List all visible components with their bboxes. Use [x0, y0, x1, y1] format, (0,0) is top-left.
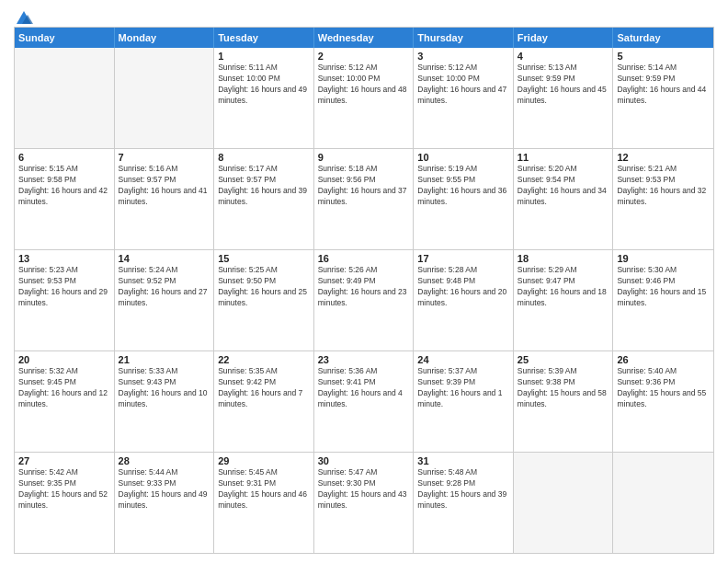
calendar-row-2: 6Sunrise: 5:15 AM Sunset: 9:58 PM Daylig…	[15, 149, 713, 250]
page: Sunday Monday Tuesday Wednesday Thursday…	[0, 0, 728, 563]
day-number: 15	[218, 253, 310, 264]
logo	[14, 9, 33, 23]
day-info: Sunrise: 5:12 AM Sunset: 10:00 PM Daylig…	[318, 63, 410, 107]
calendar-cell: 17Sunrise: 5:28 AM Sunset: 9:48 PM Dayli…	[414, 250, 514, 350]
calendar-cell: 30Sunrise: 5:47 AM Sunset: 9:30 PM Dayli…	[314, 453, 415, 553]
day-number: 18	[518, 253, 609, 264]
day-number: 31	[417, 455, 509, 466]
day-number: 10	[417, 152, 509, 163]
calendar-cell	[15, 48, 115, 148]
day-number: 20	[18, 354, 110, 365]
calendar-cell: 2Sunrise: 5:12 AM Sunset: 10:00 PM Dayli…	[314, 48, 415, 148]
day-info: Sunrise: 5:17 AM Sunset: 9:57 PM Dayligh…	[218, 164, 310, 208]
calendar-cell: 7Sunrise: 5:16 AM Sunset: 9:57 PM Daylig…	[115, 149, 215, 249]
day-number: 3	[417, 51, 509, 62]
calendar-row-3: 13Sunrise: 5:23 AM Sunset: 9:53 PM Dayli…	[15, 250, 713, 351]
calendar-cell: 18Sunrise: 5:29 AM Sunset: 9:47 PM Dayli…	[514, 250, 614, 350]
calendar: Sunday Monday Tuesday Wednesday Thursday…	[14, 27, 714, 554]
day-number: 4	[518, 51, 609, 62]
day-info: Sunrise: 5:13 AM Sunset: 9:59 PM Dayligh…	[518, 63, 609, 107]
calendar-cell: 31Sunrise: 5:48 AM Sunset: 9:28 PM Dayli…	[414, 453, 514, 553]
calendar-cell: 22Sunrise: 5:35 AM Sunset: 9:42 PM Dayli…	[214, 351, 314, 452]
calendar-cell: 8Sunrise: 5:17 AM Sunset: 9:57 PM Daylig…	[214, 149, 314, 249]
day-info: Sunrise: 5:36 AM Sunset: 9:41 PM Dayligh…	[318, 366, 410, 410]
calendar-cell: 13Sunrise: 5:23 AM Sunset: 9:53 PM Dayli…	[15, 250, 115, 350]
calendar-cell: 12Sunrise: 5:21 AM Sunset: 9:53 PM Dayli…	[613, 149, 713, 249]
day-info: Sunrise: 5:19 AM Sunset: 9:55 PM Dayligh…	[417, 164, 509, 208]
calendar-cell	[115, 48, 215, 148]
day-info: Sunrise: 5:11 AM Sunset: 10:00 PM Daylig…	[218, 63, 310, 107]
day-number: 11	[518, 152, 609, 163]
day-info: Sunrise: 5:33 AM Sunset: 9:43 PM Dayligh…	[119, 366, 210, 410]
day-number: 14	[119, 253, 210, 264]
calendar-cell: 5Sunrise: 5:14 AM Sunset: 9:59 PM Daylig…	[613, 48, 713, 148]
day-number: 7	[119, 152, 210, 163]
calendar-row-1: 1Sunrise: 5:11 AM Sunset: 10:00 PM Dayli…	[15, 48, 713, 149]
day-info: Sunrise: 5:44 AM Sunset: 9:33 PM Dayligh…	[119, 467, 210, 511]
day-number: 30	[318, 455, 410, 466]
day-info: Sunrise: 5:48 AM Sunset: 9:28 PM Dayligh…	[417, 467, 509, 511]
logo-icon	[15, 9, 33, 26]
header	[14, 9, 714, 23]
calendar-cell: 21Sunrise: 5:33 AM Sunset: 9:43 PM Dayli…	[115, 351, 215, 452]
day-info: Sunrise: 5:37 AM Sunset: 9:39 PM Dayligh…	[417, 366, 509, 410]
header-sunday: Sunday	[15, 28, 115, 48]
calendar-cell: 10Sunrise: 5:19 AM Sunset: 9:55 PM Dayli…	[414, 149, 514, 249]
day-info: Sunrise: 5:39 AM Sunset: 9:38 PM Dayligh…	[518, 366, 609, 410]
day-info: Sunrise: 5:23 AM Sunset: 9:53 PM Dayligh…	[18, 265, 110, 309]
calendar-cell: 4Sunrise: 5:13 AM Sunset: 9:59 PM Daylig…	[514, 48, 614, 148]
day-number: 26	[617, 354, 710, 365]
calendar-cell: 15Sunrise: 5:25 AM Sunset: 9:50 PM Dayli…	[214, 250, 314, 350]
day-info: Sunrise: 5:24 AM Sunset: 9:52 PM Dayligh…	[119, 265, 210, 309]
day-number: 23	[318, 354, 410, 365]
day-number: 2	[318, 51, 410, 62]
day-number: 12	[617, 152, 710, 163]
day-number: 1	[218, 51, 310, 62]
day-info: Sunrise: 5:15 AM Sunset: 9:58 PM Dayligh…	[18, 164, 110, 208]
calendar-cell: 1Sunrise: 5:11 AM Sunset: 10:00 PM Dayli…	[214, 48, 314, 148]
calendar-cell: 24Sunrise: 5:37 AM Sunset: 9:39 PM Dayli…	[414, 351, 514, 452]
day-info: Sunrise: 5:14 AM Sunset: 9:59 PM Dayligh…	[617, 63, 710, 107]
day-number: 24	[417, 354, 509, 365]
day-info: Sunrise: 5:26 AM Sunset: 9:49 PM Dayligh…	[318, 265, 410, 309]
day-info: Sunrise: 5:45 AM Sunset: 9:31 PM Dayligh…	[218, 467, 310, 511]
calendar-cell: 6Sunrise: 5:15 AM Sunset: 9:58 PM Daylig…	[15, 149, 115, 249]
calendar-cell: 3Sunrise: 5:12 AM Sunset: 10:00 PM Dayli…	[414, 48, 514, 148]
day-info: Sunrise: 5:35 AM Sunset: 9:42 PM Dayligh…	[218, 366, 310, 410]
day-number: 21	[119, 354, 210, 365]
day-number: 19	[617, 253, 710, 264]
calendar-cell: 26Sunrise: 5:40 AM Sunset: 9:36 PM Dayli…	[613, 351, 713, 452]
header-monday: Monday	[115, 28, 215, 48]
day-info: Sunrise: 5:12 AM Sunset: 10:00 PM Daylig…	[417, 63, 509, 107]
calendar-cell: 27Sunrise: 5:42 AM Sunset: 9:35 PM Dayli…	[15, 453, 115, 553]
day-info: Sunrise: 5:29 AM Sunset: 9:47 PM Dayligh…	[518, 265, 609, 309]
day-number: 6	[18, 152, 110, 163]
day-number: 22	[218, 354, 310, 365]
day-number: 29	[218, 455, 310, 466]
calendar-cell: 16Sunrise: 5:26 AM Sunset: 9:49 PM Dayli…	[314, 250, 415, 350]
calendar-cell	[613, 453, 713, 553]
day-number: 9	[318, 152, 410, 163]
day-info: Sunrise: 5:47 AM Sunset: 9:30 PM Dayligh…	[318, 467, 410, 511]
calendar-header-row: Sunday Monday Tuesday Wednesday Thursday…	[15, 28, 713, 48]
calendar-cell: 25Sunrise: 5:39 AM Sunset: 9:38 PM Dayli…	[514, 351, 614, 452]
day-info: Sunrise: 5:28 AM Sunset: 9:48 PM Dayligh…	[417, 265, 509, 309]
day-number: 16	[318, 253, 410, 264]
day-info: Sunrise: 5:40 AM Sunset: 9:36 PM Dayligh…	[617, 366, 710, 410]
header-thursday: Thursday	[414, 28, 514, 48]
day-number: 25	[518, 354, 609, 365]
day-number: 5	[617, 51, 710, 62]
day-info: Sunrise: 5:25 AM Sunset: 9:50 PM Dayligh…	[218, 265, 310, 309]
day-info: Sunrise: 5:16 AM Sunset: 9:57 PM Dayligh…	[119, 164, 210, 208]
calendar-cell	[514, 453, 614, 553]
header-friday: Friday	[514, 28, 614, 48]
day-info: Sunrise: 5:32 AM Sunset: 9:45 PM Dayligh…	[18, 366, 110, 410]
calendar-row-4: 20Sunrise: 5:32 AM Sunset: 9:45 PM Dayli…	[15, 351, 713, 453]
day-number: 8	[218, 152, 310, 163]
header-tuesday: Tuesday	[214, 28, 314, 48]
day-info: Sunrise: 5:21 AM Sunset: 9:53 PM Dayligh…	[617, 164, 710, 208]
calendar-row-5: 27Sunrise: 5:42 AM Sunset: 9:35 PM Dayli…	[15, 453, 713, 553]
header-wednesday: Wednesday	[314, 28, 415, 48]
day-info: Sunrise: 5:20 AM Sunset: 9:54 PM Dayligh…	[518, 164, 609, 208]
day-info: Sunrise: 5:30 AM Sunset: 9:46 PM Dayligh…	[617, 265, 710, 309]
